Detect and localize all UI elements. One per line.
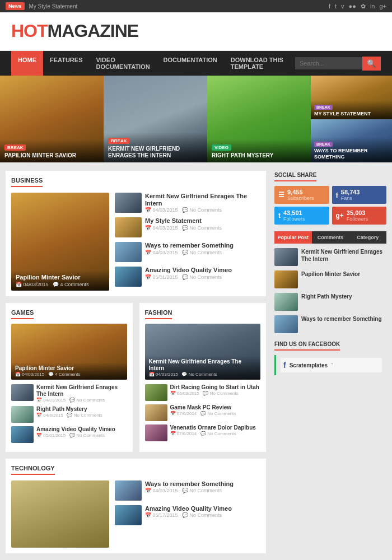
list-item-info: Kermit New Girlfriend Enrages The Intern… <box>145 193 260 213</box>
business-main-title: Papilion Minter Savior <box>16 274 105 281</box>
list-item[interactable]: Venenatis Ornare Dolor Dapibus 📅 07/6/20… <box>145 424 261 441</box>
list-item[interactable]: Game Mask PC Review 📅 07/6/2014 💬 No Com… <box>145 404 261 421</box>
popular-item[interactable]: Papilion Minter Savior <box>274 270 386 288</box>
technology-grid: Ways to remember Something 📅 04/03/2015 … <box>11 480 260 548</box>
list-item-title: Kermit New Girlfriend Enrages The Intern <box>145 193 260 207</box>
list-item-title: My Style Statement <box>145 217 260 225</box>
fashion-main-meta: 📅 04/03/2015 💬 No Comments <box>149 372 257 377</box>
rss-social-box[interactable]: ☰ 9,455 Subscribers <box>274 186 329 204</box>
list-item[interactable]: My Style Statement 📅 04/03/2015 💬 No Com… <box>115 217 260 237</box>
tw-count: 43,501 <box>283 209 305 216</box>
nav-home[interactable]: HOME <box>11 51 43 76</box>
list-item-title: Ways to remember Something <box>145 242 260 249</box>
twitter-icon[interactable]: t <box>335 3 337 10</box>
twitter-social-icon: t <box>278 212 281 220</box>
main-nav: HOME FEATURES VIDEO DOCUMENTATION DOCUME… <box>0 51 392 76</box>
hero-slide-2[interactable]: BREAK KERMIT NEW GIRLFRIEND ENRAGES THE … <box>104 76 207 162</box>
technology-main-image[interactable] <box>11 480 109 548</box>
slide5-title: WAYS TO REMEMBER SOMETHING <box>314 148 389 160</box>
fb-page-icon: f <box>283 361 286 370</box>
nav-items: HOME FEATURES VIDEO DOCUMENTATION DOCUME… <box>11 51 295 76</box>
slide4-title: MY STYLE STATEMENT <box>314 111 389 117</box>
fb-page-box: f Scratemplates " <box>274 355 386 375</box>
games-title: GAMES <box>11 309 34 319</box>
slide3-title: RIGHT PATH MYSTERY <box>212 152 306 159</box>
list-item[interactable]: Amazing Video Quality Vimeo 📅 05/01/2015… <box>115 267 260 287</box>
vine-icon[interactable]: ●● <box>349 3 356 10</box>
list-item[interactable]: Kermit New Girlfriend Enrages The Intern… <box>11 384 127 403</box>
fb-page-name: Scratemplates <box>290 362 328 368</box>
rss-icon: ☰ <box>278 191 284 199</box>
fashion-main-title: Kermit New Girlfriend Enrages The Intern <box>149 358 257 372</box>
pinterest-icon[interactable]: ✿ <box>361 3 366 10</box>
gplus-icon[interactable]: g+ <box>379 3 386 10</box>
popular-list: Kermit New Girlfriend Enrages The Intern… <box>274 248 386 333</box>
games-main-image[interactable]: Papilion Minter Savior 📅 04/03/2015 💬 4 … <box>11 324 127 380</box>
list-item[interactable]: Right Path Mystery 📅 04/8/2015 💬 No Comm… <box>11 406 127 423</box>
thumb-mystate <box>115 217 142 237</box>
games-section: GAMES Papilion Minter Savior 📅 04/03/201… <box>6 303 133 452</box>
list-item[interactable]: Amazing Video Quality Vimeo 📅 05/17/2015… <box>115 505 260 525</box>
list-item[interactable]: Ways to remember Something 📅 04/03/2015 … <box>115 242 260 262</box>
twitter-social-box[interactable]: t 43,501 Followers <box>274 207 329 225</box>
slide5-tag: BREAK <box>314 142 333 147</box>
business-grid: Papilion Minter Savior 📅 04/03/2015 💬 4 … <box>11 193 260 291</box>
fb-page-link[interactable]: f Scratemplates " <box>281 358 382 372</box>
top-bar-tagline: My Style Statement <box>29 3 78 10</box>
popular-title: Papilion Minter Savior <box>301 270 386 278</box>
facebook-title: FIND US ON FACEBOOK <box>274 341 340 351</box>
search-input[interactable] <box>295 57 362 69</box>
list-item-info: Amazing Video Quality Vimeo 📅 05/01/2015… <box>145 267 260 279</box>
news-badge[interactable]: News <box>6 2 25 10</box>
business-main-image[interactable]: Papilion Minter Savior 📅 04/03/2015 💬 4 … <box>11 193 109 291</box>
list-item-meta: 📅 04/03/2015 💬 No Comments <box>145 250 260 255</box>
games-main-title: Papilion Minter Savior <box>15 365 123 372</box>
list-item[interactable]: Kermit New Girlfriend Enrages The Intern… <box>115 193 260 213</box>
popular-item[interactable]: Ways to remember Something <box>274 315 386 333</box>
fb-count: 58,743 <box>341 189 360 195</box>
facebook-icon[interactable]: f <box>329 3 330 10</box>
hero-slide-3[interactable]: VIDEO RIGHT PATH MYSTERY <box>207 76 311 162</box>
linkedin-icon[interactable]: in <box>370 3 375 10</box>
gplus-social-icon: g+ <box>336 212 344 220</box>
tab-popular[interactable]: Popular Post <box>274 231 312 244</box>
business-section: BUSINESS Papilion Minter Savior 📅 04/03/… <box>6 171 266 296</box>
popular-item[interactable]: Right Path Mystery <box>274 293 386 311</box>
thumb-friends <box>115 193 142 213</box>
slide2-title: KERMIT NEW GIRLFRIEND ENRAGES THE INTERN <box>108 146 203 159</box>
slide3-tag: VIDEO <box>212 144 231 151</box>
facebook-social-box[interactable]: f 58,743 Fans <box>332 186 387 204</box>
tab-category[interactable]: Category <box>349 231 386 244</box>
nav-download[interactable]: DOWNLOAD THIS TEMPLATE <box>224 51 295 76</box>
hero-slide-1[interactable]: BREAK PAPILION MINTER SAVIOR <box>0 76 104 162</box>
social-share-title: SOCIAL SHARE <box>274 172 316 181</box>
nav-features[interactable]: FEATURES <box>43 51 89 76</box>
title-mag: MAGAZINE <box>48 21 139 41</box>
hero-slide-4[interactable]: BREAK MY STYLE STATEMENT <box>311 76 392 119</box>
list-item[interactable]: Dirt Racing Going to Start in Utah 📅 06/… <box>145 384 261 401</box>
slide1-tag: BREAK <box>4 144 26 151</box>
nav-documentation[interactable]: DOCUMENTATION <box>157 51 224 76</box>
popular-title: Ways to remember Something <box>301 315 386 323</box>
social-grid: ☰ 9,455 Subscribers f 58,743 Fans t <box>274 186 386 225</box>
left-content: BUSINESS Papilion Minter Savior 📅 04/03/… <box>6 171 266 553</box>
hero-slide-5[interactable]: BREAK WAYS TO REMEMBER SOMETHING <box>311 119 392 163</box>
nav-search: 🔍 <box>295 57 381 71</box>
site-header: HOTMAGAZINE <box>0 12 392 51</box>
hero-slider: BREAK PAPILION MINTER SAVIOR BREAK KERMI… <box>0 76 392 162</box>
hero-right-stack: BREAK MY STYLE STATEMENT BREAK WAYS TO R… <box>311 76 392 162</box>
slide4-tag: BREAK <box>314 105 333 110</box>
vimeo-icon[interactable]: v <box>341 3 344 10</box>
popular-item[interactable]: Kermit New Girlfriend Enrages The Intern <box>274 248 386 266</box>
gp-count: 35,003 <box>347 209 368 216</box>
nav-video-doc[interactable]: VIDEO DOCUMENTATION <box>89 51 156 76</box>
list-item[interactable]: Amazing Video Quality Vimeo 📅 05/01/2015… <box>11 426 127 443</box>
tab-comments[interactable]: Comments <box>312 231 349 244</box>
fashion-main-image[interactable]: Kermit New Girlfriend Enrages The Intern… <box>145 324 261 380</box>
tw-label: Followers <box>283 216 305 222</box>
search-button[interactable]: 🔍 <box>362 57 381 71</box>
popular-tabs-section: Popular Post Comments Category Kermit Ne… <box>274 231 386 333</box>
gplus-social-box[interactable]: g+ 35,003 Followers <box>332 207 387 225</box>
top-bar: News My Style Statement f t v ●● ✿ in g+ <box>0 0 392 12</box>
list-item[interactable]: Ways to remember Something 📅 04/03/2015 … <box>115 480 260 501</box>
